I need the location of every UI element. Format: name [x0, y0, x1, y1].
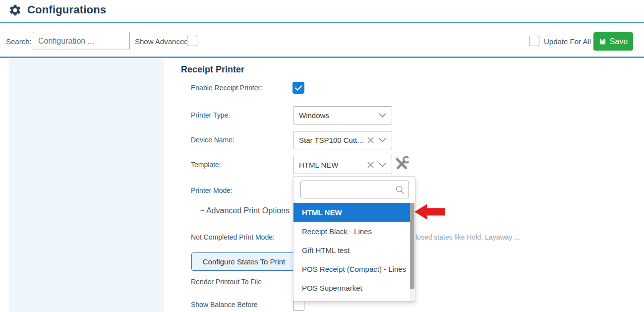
template-value: HTML NEW [299, 161, 367, 169]
dropdown-scrollbar-thumb[interactable] [410, 203, 414, 289]
enable-receipt-printer-label: Enable Receipt Printer: [191, 84, 262, 92]
update-for-all-label: Update For All [544, 37, 591, 46]
chevron-down-icon [379, 138, 386, 142]
check-icon [295, 85, 302, 91]
dropdown-option[interactable]: POS Supermarket [293, 278, 411, 297]
sidebar-panel [9, 58, 164, 312]
save-button[interactable]: Save [593, 32, 633, 51]
render-printout-to-file-label: Render Printout To File [191, 278, 262, 286]
save-button-label: Save [610, 37, 628, 46]
dropdown-option[interactable]: POS Receipt (Compact) - Lines [293, 259, 411, 278]
template-dropdown-panel: HTML NEW Receipt Black - Lines Gift HTML… [293, 176, 415, 302]
chevron-down-icon [379, 163, 386, 167]
printer-type-select[interactable]: Windows [293, 106, 392, 125]
gear-icon [8, 3, 22, 17]
template-select[interactable]: HTML NEW [293, 156, 392, 174]
configurations-page: Configurations Search: Show Advanced Upd… [0, 0, 644, 312]
show-balance-before-label: Show Balance Before [191, 301, 258, 309]
dropdown-option-list: HTML NEW Receipt Black - Lines Gift HTML… [293, 203, 411, 297]
page-title: Configurations [27, 3, 106, 16]
header-divider [0, 22, 644, 23]
device-name-select[interactable]: Star TSP100 Cutt... [293, 131, 392, 149]
device-name-label: Device Name: [191, 136, 234, 144]
printer-type-label: Printer Type: [191, 111, 230, 119]
printer-mode-label: Printer Mode: [191, 187, 233, 194]
device-name-value: Star TSP100 Cutt... [299, 136, 367, 144]
dropdown-search-input[interactable] [300, 181, 409, 198]
section-title: Receipt Printer [181, 64, 244, 75]
save-icon [599, 38, 606, 45]
chevron-down-icon [379, 113, 386, 118]
enable-receipt-printer-checkbox[interactable] [293, 82, 304, 94]
advanced-print-options-label[interactable]: ~ Advanced Print Options [200, 206, 290, 215]
dropdown-option-selected[interactable]: HTML NEW [293, 203, 411, 222]
configure-states-to-print-button[interactable]: Configure States To Print [191, 252, 296, 271]
search-label: Search: [6, 37, 32, 46]
not-completed-print-mode-hint: closed states like Hold, Layaway ... [412, 233, 520, 241]
update-for-all-checkbox[interactable] [529, 36, 539, 46]
template-label: Template: [191, 161, 221, 169]
show-advanced-label: Show Advanced [135, 37, 188, 46]
clear-icon[interactable] [367, 137, 374, 143]
clear-icon[interactable] [367, 162, 374, 168]
search-icon [395, 185, 405, 194]
show-advanced-checkbox[interactable] [187, 36, 197, 46]
template-tools-icon[interactable] [394, 156, 409, 171]
search-input[interactable] [33, 32, 130, 50]
dropdown-scrollbar[interactable] [410, 203, 414, 301]
dropdown-option[interactable]: Receipt Black - Lines [293, 222, 411, 241]
not-completed-print-mode-label: Not Completed Print Mode: [191, 233, 275, 241]
red-arrow-annotation-icon [414, 202, 445, 221]
printer-type-value: Windows [299, 111, 379, 120]
dropdown-option[interactable]: Gift HTML test [293, 241, 411, 259]
